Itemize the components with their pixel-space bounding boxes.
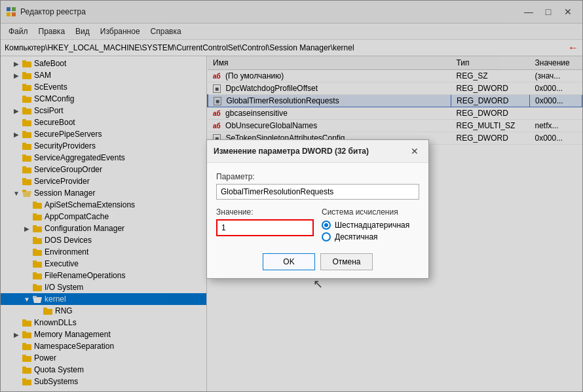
dword-edit-dialog: Изменение параметра DWORD (32 бита) ✕ Па… [206,139,429,279]
cursor-icon: ↖ [313,277,323,291]
param-value: GlobalTimerResolutionRequests [216,184,419,200]
system-label: Система исчисления [322,207,419,217]
modal-title: Изменение параметра DWORD (32 бита) [214,147,369,156]
modal-buttons: OK Отмена ↖ [207,248,428,278]
ok-button[interactable]: OK [263,253,315,270]
radio-dec-dot [322,232,331,241]
modal-body: Параметр: GlobalTimerResolutionRequests … [207,163,428,248]
radio-hex-dot [322,221,331,230]
radio-hex-label: Шестнадцатеричная [335,221,409,230]
radio-group: Шестнадцатеричная Десятичная [322,221,419,241]
radio-dec-label: Десятичная [335,232,378,241]
modal-input-row: Значение: Система исчисления Шестнадцате… [216,207,419,241]
modal-overlay: Изменение параметра DWORD (32 бита) ✕ Па… [0,0,583,392]
param-label: Параметр: [216,172,419,181]
cancel-button[interactable]: Отмена [320,253,373,270]
radio-dec[interactable]: Десятичная [322,232,419,241]
radio-hex[interactable]: Шестнадцатеричная [322,221,419,230]
value-label: Значение: [216,207,314,217]
value-input[interactable] [216,219,314,236]
modal-close-button[interactable]: ✕ [407,144,422,158]
modal-title-bar: Изменение параметра DWORD (32 бита) ✕ [207,140,428,163]
